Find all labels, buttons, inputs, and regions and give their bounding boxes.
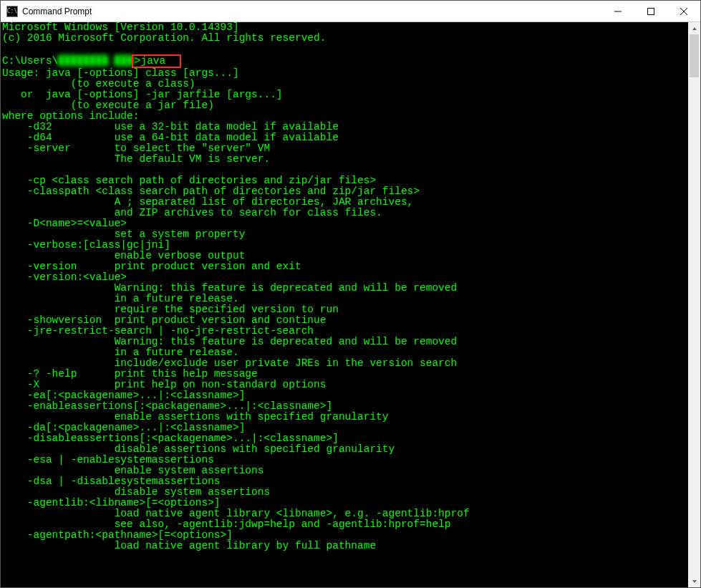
console-line: -disableassertions[:<packagename>...|:<c…	[2, 433, 688, 444]
console-line: -agentpath:<pathname>[=<options>]	[2, 530, 688, 541]
console-line: enable verbose output	[2, 251, 688, 261]
console-line: -ea[:<packagename>...|:<classname>]	[2, 390, 688, 401]
titlebar[interactable]: C:\ Command Prompt	[1, 1, 700, 22]
window-title: Command Prompt	[22, 6, 601, 16]
console-line: include/exclude user private JREs in the…	[2, 358, 688, 369]
console-line: set a system property	[2, 229, 688, 240]
scroll-down-arrow-icon[interactable]	[688, 575, 700, 587]
maximize-button[interactable]	[634, 1, 667, 21]
console-line: in a future release.	[2, 294, 688, 304]
console-line: -version print product version and exit	[2, 261, 688, 272]
console-line: -dsa | -disablesystemassertions	[2, 476, 688, 487]
console-line: in a future release.	[2, 347, 688, 358]
console-line: load native agent library <libname>, e.g…	[2, 509, 688, 519]
console-line: enable assertions with specified granula…	[2, 412, 688, 423]
console-line: -d64 use a 64-bit data model if availabl…	[2, 132, 688, 143]
console-line: Usage: java [-options] class [args...]	[2, 68, 688, 79]
console-line: (c) 2016 Microsoft Corporation. All righ…	[2, 33, 688, 44]
console-line: -version:<value>	[2, 272, 688, 283]
console-output[interactable]: Microsoft Windows [Version 10.0.14393](c…	[1, 22, 688, 587]
console-line: -verbose:[class|gc|jni]	[2, 240, 688, 251]
console-line: -esa | -enablesystemassertions	[2, 455, 688, 466]
console-line: see also, -agentlib:jdwp=help and -agent…	[2, 519, 688, 530]
close-button[interactable]	[667, 1, 700, 21]
console-line: -? -help print this help message	[2, 369, 688, 380]
console-line: -agentlib:<libname>[=<options>]	[2, 498, 688, 509]
console-line: -cp <class search path of directories an…	[2, 175, 688, 186]
console-line: Microsoft Windows [Version 10.0.14393]	[2, 22, 688, 33]
scroll-thumb[interactable]	[690, 34, 699, 77]
console-line: Warning: this feature is deprecated and …	[2, 337, 688, 347]
app-icon: C:\	[6, 6, 18, 17]
console-line: enable system assertions	[2, 466, 688, 476]
console-line: -X print help on non-standard options	[2, 380, 688, 390]
console-line: and ZIP archives to search for class fil…	[2, 208, 688, 218]
vertical-scrollbar[interactable]	[688, 22, 700, 587]
minimize-button[interactable]	[601, 1, 634, 21]
console-line: disable system assertions	[2, 487, 688, 498]
console-line: Warning: this feature is deprecated and …	[2, 283, 688, 294]
window-controls	[601, 1, 700, 21]
prompt-prefix: C:\Users\	[2, 55, 58, 67]
window-frame: C:\ Command Prompt Microsoft Windows [Ve…	[0, 0, 701, 588]
console-line: -server to select the "server" VM	[2, 143, 688, 154]
console-line: A ; separated list of directories, JAR a…	[2, 197, 688, 208]
console-line: The default VM is server.	[2, 154, 688, 165]
console-line: -enableassertions[:<packagename>...|:<cl…	[2, 401, 688, 412]
console-line: C:\Users\████████ ███>java	[2, 54, 688, 68]
scroll-up-arrow-icon[interactable]	[688, 22, 700, 34]
highlighted-command: >java	[132, 54, 181, 68]
console-line: (to execute a class)	[2, 79, 688, 90]
console-line: -d32 use a 32-bit data model if availabl…	[2, 122, 688, 132]
console-line: (to execute a jar file)	[2, 100, 688, 111]
console-line: where options include:	[2, 111, 688, 122]
prompt-username-blurred: ████████ ███	[58, 56, 132, 67]
console-line	[2, 165, 688, 175]
console-line	[2, 44, 688, 54]
console-line: -classpath <class search path of directo…	[2, 186, 688, 197]
console-line: load native agent library by full pathna…	[2, 541, 688, 551]
console-line: -showversion print product version and c…	[2, 315, 688, 326]
console-line: -D<name>=<value>	[2, 218, 688, 229]
console-line: require the specified version to run	[2, 304, 688, 315]
svg-rect-0	[648, 8, 654, 14]
client-area: Microsoft Windows [Version 10.0.14393](c…	[1, 22, 700, 587]
app-icon-label: C:\	[7, 9, 17, 14]
console-line: disable assertions with specified granul…	[2, 444, 688, 455]
console-line: or java [-options] -jar jarfile [args...…	[2, 90, 688, 100]
console-line: -da[:<packagename>...|:<classname>]	[2, 423, 688, 433]
scroll-track[interactable]	[688, 34, 700, 575]
console-line: -jre-restrict-search | -no-jre-restrict-…	[2, 326, 688, 337]
